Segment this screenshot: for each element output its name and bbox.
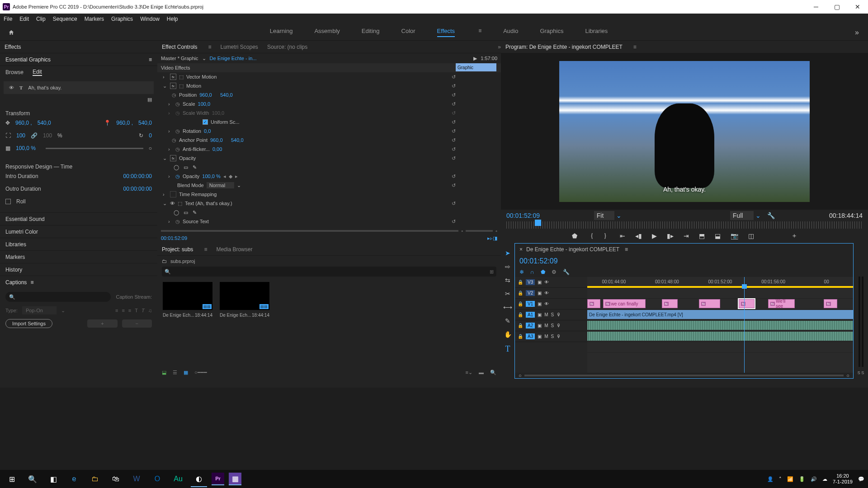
menu-file[interactable]: File [4, 16, 12, 22]
tab-project[interactable]: Project: subs [162, 246, 193, 253]
timeline-ruler[interactable]: 00:01:44:00 00:01:48:00 00:01:52:00 00:0… [587, 277, 853, 286]
reset-icon[interactable]: ↺ [452, 174, 456, 179]
audio-clip[interactable] [587, 332, 853, 341]
auto-seq-icon[interactable]: ▬ [479, 370, 484, 375]
twirl-icon[interactable]: › [168, 128, 173, 134]
lock-icon[interactable]: 🔒 [518, 334, 523, 339]
caption-remove-button[interactable]: − [122, 319, 152, 328]
ec-play-icon[interactable]: ▶ [473, 56, 477, 61]
maximize-button[interactable]: ▢ [826, 0, 847, 14]
eye-icon[interactable]: 👁 [544, 280, 549, 285]
ec-text-layer[interactable]: Text (Ah, that's okay.) [185, 201, 232, 206]
tray-chevron-icon[interactable]: ˄ [779, 476, 782, 482]
program-timecode-left[interactable]: 00:01:52:09 [506, 212, 540, 219]
tab-source[interactable]: Source: (no clips [267, 44, 307, 50]
reset-icon[interactable]: ↺ [452, 155, 456, 161]
hand-tool-icon[interactable]: ✋ [504, 331, 512, 338]
reset-icon[interactable]: ↺ [452, 74, 456, 80]
chevron-down-icon[interactable]: ⌄ [616, 212, 622, 219]
reset-icon[interactable]: ↺ [452, 92, 456, 98]
reset-icon[interactable]: ↺ [452, 128, 456, 134]
reset-icon[interactable]: ↺ [452, 183, 456, 188]
program-playhead[interactable] [535, 220, 541, 226]
pen-mask-icon[interactable]: ✎ [193, 210, 197, 216]
tab-lumetri-scopes[interactable]: Lumetri Scopes [221, 44, 258, 50]
rect-mask-icon[interactable]: ▭ [184, 210, 188, 216]
align-center-icon[interactable]: ≡ [122, 308, 124, 313]
home-button[interactable] [0, 29, 23, 36]
eg-rotation[interactable]: 0 [149, 132, 152, 139]
people-icon[interactable]: 👤 [767, 476, 774, 482]
ec-anchor-x[interactable]: 960,0 [210, 137, 228, 143]
outro-duration[interactable]: 00:00:00:00 [123, 186, 152, 192]
ec-opacity[interactable]: Opacity [179, 155, 196, 161]
menu-sequence[interactable]: Sequence [53, 16, 77, 22]
captions-search[interactable]: 🔍 [5, 292, 111, 302]
opacity-slider[interactable] [46, 148, 143, 149]
voice-icon[interactable]: 🎙 [557, 334, 561, 339]
twirl-icon[interactable]: ⌄ [163, 83, 167, 89]
track-select-tool-icon[interactable]: ⇨ [505, 263, 510, 270]
ec-antiflicker[interactable]: 0,00 [212, 146, 231, 152]
twirl-icon[interactable]: › [163, 192, 167, 197]
timeline-menu-icon[interactable]: ≡ [625, 246, 628, 253]
ec-vector-motion[interactable]: Vector Motion [186, 74, 217, 80]
track-v2-header[interactable]: V2 [526, 290, 535, 296]
workspace-assembly[interactable]: Assembly [314, 28, 340, 37]
roll-checkbox[interactable] [5, 199, 11, 204]
menu-window[interactable]: Window [140, 16, 160, 22]
ec-zoom-icon[interactable]: ▸▹ [487, 235, 493, 241]
edge-icon[interactable]: e [66, 471, 82, 487]
lock-icon[interactable]: 🔒 [518, 312, 523, 317]
fx-icon[interactable]: fx [170, 83, 176, 89]
graphic-clip[interactable]: fx [824, 299, 837, 308]
ellipse-mask-icon[interactable]: ◯ [174, 210, 179, 216]
tab-program[interactable]: Program: De Enige Echte - ingekort COMPL… [505, 44, 623, 50]
ec-anchor-y[interactable]: 540,0 [231, 137, 249, 143]
eg-tab-edit[interactable]: Edit [33, 69, 42, 76]
reset-icon[interactable]: ↺ [452, 201, 456, 206]
lift-icon[interactable]: ⬒ [699, 232, 705, 239]
zoom-slider[interactable]: ○━━━ [194, 370, 207, 375]
eg-scale[interactable]: 100 [16, 132, 25, 139]
eye-icon[interactable]: 👁 [544, 291, 549, 296]
panel-lumetri-color[interactable]: Lumetri Color [0, 225, 157, 238]
play-toggle-icon[interactable]: ▶ [652, 232, 657, 239]
icon-view-icon[interactable]: ▦ [184, 370, 188, 375]
step-fwd-icon[interactable]: ▮▸ [667, 232, 674, 239]
chevron-down-icon[interactable]: ⌄ [61, 308, 65, 314]
onedrive-icon[interactable]: ☁ [822, 476, 827, 482]
project-item[interactable]: ▤▤ De Enige Ech...18:44:14 [220, 282, 269, 318]
workspace-libraries[interactable]: Libraries [585, 28, 608, 37]
rect-mask-icon[interactable]: ▭ [184, 164, 188, 170]
sync-lock-icon[interactable]: ▣ [538, 312, 542, 317]
ellipse-mask-icon[interactable]: ◯ [174, 164, 179, 170]
graphic-clip[interactable]: fx [587, 299, 600, 308]
track-a3-header[interactable]: A3 [526, 333, 535, 339]
workspace-learning[interactable]: Learning [270, 28, 293, 37]
comparison-view-icon[interactable]: ◫ [748, 232, 754, 239]
track-a2-header[interactable]: A2 [526, 323, 535, 328]
solo-indicator[interactable]: S S [858, 371, 864, 375]
program-scrub-bar[interactable] [506, 221, 863, 229]
project-item[interactable]: ▤▤ De Enige Ech...18:44:14 [163, 282, 212, 318]
mute-label[interactable]: M [544, 334, 548, 339]
stopwatch-icon[interactable]: ◷ [175, 128, 180, 134]
menu-edit[interactable]: Edit [19, 16, 29, 22]
close-seq-icon[interactable]: × [519, 246, 523, 253]
ec-pos-y[interactable]: 540,0 [220, 92, 238, 98]
track-a1-header[interactable]: A1 [526, 312, 535, 318]
twirl-icon[interactable]: ⌄ [163, 201, 167, 206]
selection-tool-icon[interactable]: ➤ [505, 249, 510, 257]
graphic-clip[interactable]: fx [662, 299, 678, 308]
ripple-edit-tool-icon[interactable]: ⇆ [505, 277, 510, 284]
ec-motion[interactable]: Motion [186, 83, 201, 89]
chevron-down-icon[interactable]: ⌄ [202, 56, 206, 61]
twirl-icon[interactable]: › [168, 219, 173, 224]
music-icon[interactable]: ♫ [148, 308, 152, 313]
caption-type-dropdown[interactable]: Pop-On [22, 306, 57, 314]
wrench-icon[interactable]: 🔧 [767, 212, 775, 219]
track-a3-lane[interactable] [587, 342, 853, 353]
workspace-effects-menu-icon[interactable]: ≡ [478, 28, 481, 37]
word-icon[interactable]: W [128, 471, 145, 487]
